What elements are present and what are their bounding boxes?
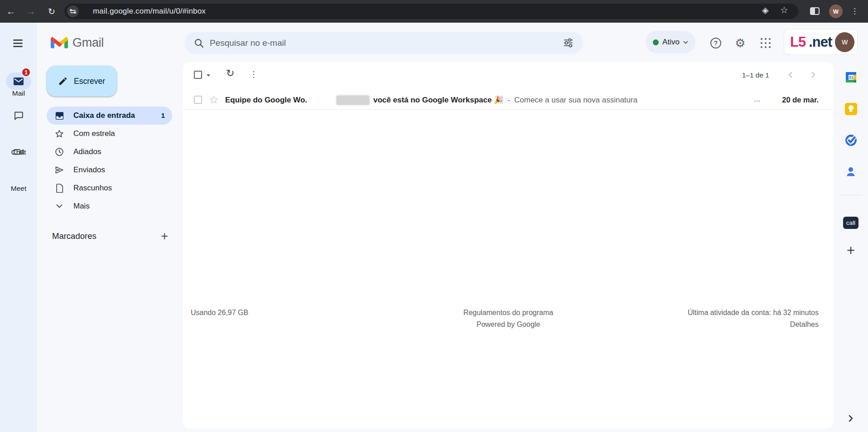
browser-forward-button[interactable]: → bbox=[24, 5, 37, 18]
last-account-activity: Última atividade da conta: há 32 minutos bbox=[688, 309, 819, 317]
meet-camera-icon bbox=[13, 146, 24, 157]
email-snippet: Comece a usar sua nova assinatura bbox=[514, 96, 637, 105]
call-addon-icon[interactable]: call bbox=[843, 217, 858, 229]
settings-gear-icon[interactable]: ⚙ bbox=[734, 36, 747, 50]
search-filter-icon[interactable] bbox=[563, 37, 574, 49]
browser-back-button[interactable]: ← bbox=[5, 5, 17, 18]
availability-status-dropdown[interactable]: Ativo bbox=[646, 31, 695, 53]
url-text: mail.google.com/mail/u/0/#inbox bbox=[93, 7, 206, 16]
mail-list-card: ↻ ⋮ 1–1 de 1 Equipe do Google Wo. você e… bbox=[183, 62, 834, 428]
details-link[interactable]: Detalhes bbox=[790, 320, 819, 329]
sidebar: Gmail Escrever Caixa de entrada 1 bbox=[37, 23, 183, 432]
mail-icon bbox=[13, 77, 24, 86]
rail-label-mail[interactable]: Mail bbox=[0, 89, 37, 97]
labels-heading: Marcadores bbox=[52, 231, 96, 241]
chat-icon bbox=[13, 110, 24, 121]
browser-profile-avatar[interactable]: W bbox=[829, 5, 843, 18]
draft-file-icon bbox=[54, 183, 65, 193]
email-sender: Equipe do Google Wo. bbox=[225, 90, 307, 110]
email-checkbox[interactable] bbox=[194, 96, 202, 104]
pencil-icon bbox=[58, 76, 68, 86]
browser-menu-button[interactable]: ⋮ bbox=[851, 6, 858, 17]
help-button[interactable]: ? bbox=[710, 38, 721, 49]
create-label-button[interactable]: + bbox=[161, 232, 168, 241]
status-label: Ativo bbox=[662, 38, 680, 47]
send-icon bbox=[54, 165, 65, 175]
mail-unread-badge: 1 bbox=[21, 68, 31, 77]
account-avatar[interactable]: w bbox=[835, 32, 854, 52]
email-row[interactable]: Equipe do Google Wo. você está no Google… bbox=[183, 90, 834, 110]
side-panel-divider bbox=[839, 195, 863, 195]
gmail-inbox-screen: ← → ↻ mail.google.com/mail/u/0/#inbox ◈ … bbox=[0, 0, 868, 432]
subject-snippet-separator: - bbox=[507, 96, 510, 105]
powered-by-google: Powered by Google bbox=[183, 320, 834, 329]
gmail-m-icon bbox=[51, 36, 68, 49]
search-icon bbox=[193, 38, 204, 49]
chevron-down-icon bbox=[683, 41, 688, 44]
inbox-count: 1 bbox=[161, 112, 165, 120]
email-ellipsis: ... bbox=[754, 90, 760, 108]
email-star-icon[interactable] bbox=[209, 95, 219, 107]
org-logo-l5: L5 bbox=[790, 34, 805, 50]
google-apps-grid-icon[interactable] bbox=[759, 37, 772, 49]
collapse-panel-chevron[interactable] bbox=[834, 414, 868, 423]
gmail-wordmark: Gmail bbox=[72, 36, 104, 50]
sidebar-item-inbox[interactable]: Caixa de entrada 1 bbox=[47, 107, 172, 125]
side-panel: 31 call + bbox=[834, 62, 868, 432]
search-input[interactable] bbox=[210, 38, 563, 48]
rail-label-meet[interactable]: Meet bbox=[0, 184, 37, 193]
browser-toolbar: ← → ↻ mail.google.com/mail/u/0/#inbox ◈ … bbox=[0, 0, 868, 23]
email-date: 20 de mar. bbox=[782, 90, 819, 110]
select-dropdown-caret[interactable] bbox=[207, 74, 210, 77]
app-rail: 1 Mail Chat Meet bbox=[0, 23, 37, 432]
compose-button[interactable]: Escrever bbox=[47, 66, 117, 97]
sidebar-item-label: Enviados bbox=[73, 165, 105, 175]
sidebar-item-drafts[interactable]: Rascunhos bbox=[47, 179, 172, 197]
contacts-icon[interactable] bbox=[834, 166, 868, 178]
rail-item-meet[interactable] bbox=[13, 146, 24, 159]
org-logo-net: .net bbox=[809, 34, 832, 50]
extension-diamond-icon[interactable]: ◈ bbox=[762, 5, 769, 15]
workspace-account-widget: L5 .net w bbox=[784, 29, 858, 55]
browser-reload-button[interactable]: ↻ bbox=[45, 5, 58, 18]
sidebar-item-snoozed[interactable]: Adiados bbox=[47, 143, 172, 161]
main-menu-button[interactable] bbox=[13, 39, 24, 48]
star-icon bbox=[54, 129, 65, 139]
redacted-text-blur bbox=[337, 96, 369, 105]
keep-icon[interactable] bbox=[834, 103, 868, 115]
tasks-icon[interactable] bbox=[834, 134, 868, 146]
bookmark-star-icon[interactable]: ☆ bbox=[780, 5, 788, 15]
email-subject: você está no Google Workspace 🎉 bbox=[373, 95, 503, 105]
clock-icon bbox=[54, 147, 65, 157]
select-all-checkbox[interactable] bbox=[194, 71, 202, 79]
svg-text:31: 31 bbox=[849, 75, 854, 80]
get-addons-button[interactable]: + bbox=[834, 243, 868, 259]
sidebar-item-label: Rascunhos bbox=[73, 184, 112, 193]
refresh-button[interactable]: ↻ bbox=[226, 68, 234, 79]
newer-page-button[interactable] bbox=[785, 69, 796, 80]
chevron-down-icon bbox=[54, 204, 65, 209]
address-bar[interactable]: mail.google.com/mail/u/0/#inbox bbox=[64, 4, 798, 19]
sidebar-item-sent[interactable]: Enviados bbox=[47, 161, 172, 179]
search-bar[interactable] bbox=[184, 32, 583, 54]
labels-section: Marcadores + bbox=[52, 229, 168, 243]
sidebar-item-label: Com estrela bbox=[73, 129, 115, 138]
more-options-button[interactable]: ⋮ bbox=[250, 69, 258, 79]
rail-item-chat[interactable] bbox=[13, 110, 24, 123]
inbox-icon bbox=[54, 111, 65, 121]
sidebar-item-label: Caixa de entrada bbox=[73, 111, 135, 120]
sidebar-item-label: Adiados bbox=[73, 147, 101, 156]
sidebar-item-starred[interactable]: Com estrela bbox=[47, 125, 172, 143]
gmail-logo: Gmail bbox=[51, 36, 104, 50]
status-active-dot bbox=[653, 39, 659, 45]
calendar-icon[interactable]: 31 bbox=[834, 71, 868, 83]
sidebar-item-more[interactable]: Mais bbox=[47, 197, 172, 215]
site-settings-icon[interactable] bbox=[67, 5, 79, 17]
pagination-label: 1–1 de 1 bbox=[742, 71, 769, 79]
sidebar-item-label: Mais bbox=[73, 202, 90, 211]
side-panel-toggle-icon[interactable] bbox=[810, 7, 820, 15]
compose-label: Escrever bbox=[74, 77, 105, 86]
older-page-button[interactable] bbox=[808, 69, 819, 80]
